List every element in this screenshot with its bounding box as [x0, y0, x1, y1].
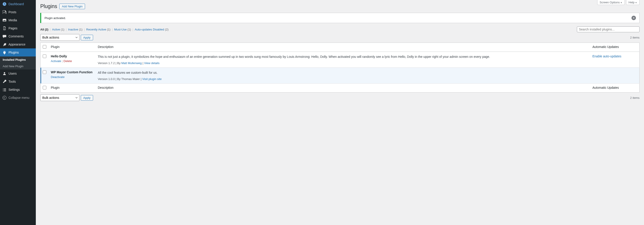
sidebar-item-label: Settings — [8, 88, 20, 91]
sidebar-item-label: Posts — [8, 10, 16, 14]
filter-recently-active[interactable]: Recently Active — [86, 28, 106, 31]
row-checkbox[interactable] — [43, 70, 46, 74]
column-description[interactable]: Description — [96, 43, 590, 52]
users-icon — [2, 71, 7, 76]
bulk-actions-select-top[interactable]: Bulk actions — [40, 34, 80, 41]
filter-active[interactable]: Active — [52, 28, 60, 31]
help-button[interactable]: Help — [626, 0, 640, 5]
dismiss-icon[interactable]: ✕ — [632, 16, 636, 20]
column-auto-updates[interactable]: Automatic Updates — [590, 43, 640, 52]
collapse-icon — [2, 95, 7, 100]
sidebar-item-posts[interactable]: Posts — [0, 8, 36, 16]
column-auto-updates-footer: Automatic Updates — [590, 84, 640, 93]
filter-inactive[interactable]: Inactive — [68, 28, 78, 31]
enable-auto-updates-link[interactable]: Enable auto-updates — [592, 55, 622, 58]
notice-success: Plugin activated. ✕ — [40, 13, 640, 23]
sidebar-item-users[interactable]: Users — [0, 70, 36, 78]
column-description-footer: Description — [96, 84, 590, 93]
sidebar-item-label: Appearance — [8, 43, 26, 46]
author-link[interactable]: Matt Mullenweg — [121, 61, 142, 65]
filter-all[interactable]: All (2) — [40, 28, 48, 31]
pages-icon — [2, 26, 7, 31]
plugin-name: WP Mayor Custom Function — [51, 70, 93, 74]
appearance-icon — [2, 42, 7, 47]
sidebar-item-media[interactable]: Media — [0, 16, 36, 24]
settings-icon — [2, 87, 7, 92]
page-title: Plugins — [40, 3, 57, 10]
table-row: Hello DollyActivate | DeleteThis is not … — [40, 52, 640, 68]
action-deactivate[interactable]: Deactivate — [51, 75, 64, 79]
plugin-meta: Version 1.7.2 | By Matt Mullenweg | View… — [98, 61, 588, 65]
row-actions: Deactivate — [51, 75, 93, 79]
sidebar-item-label: Collapse menu — [8, 96, 29, 100]
posts-icon — [2, 10, 7, 14]
column-plugin[interactable]: Plugin — [48, 43, 96, 52]
filter-auto-updates-disabled[interactable]: Auto-updates Disabled — [135, 28, 164, 31]
plugin-meta: Version 1.0.0 | By Thomas Maier | Visit … — [98, 77, 588, 81]
sidebar-item-pages[interactable]: Pages — [0, 24, 36, 32]
sidebar-submenu-plugins: Installed PluginsAdd New Plugin — [0, 57, 36, 70]
dashboard-icon — [2, 2, 7, 6]
detail-link[interactable]: View details — [144, 61, 160, 65]
filter-must-use[interactable]: Must-Use — [114, 28, 127, 31]
item-count-top: 2 items — [630, 36, 640, 39]
row-actions: Activate | Delete — [51, 59, 93, 63]
select-all-bottom[interactable] — [43, 86, 46, 89]
plugins-icon — [2, 50, 7, 55]
sidebar-item-comments[interactable]: Comments — [0, 32, 36, 40]
admin-sidebar: DashboardPostsMediaPagesCommentsAppearan… — [0, 0, 36, 225]
bulk-apply-button-top[interactable]: Apply — [81, 35, 93, 40]
screen-options-button[interactable]: Screen Options — [597, 0, 625, 5]
plugins-table: Plugin Description Automatic Updates Hel… — [40, 43, 640, 93]
main-content: Screen Options Help Plugins Add New Plug… — [36, 0, 644, 225]
column-plugin-footer: Plugin — [48, 84, 96, 93]
media-icon — [2, 18, 7, 23]
plugin-filters: All (2) | Active (1) | Inactive (1) | Re… — [40, 28, 168, 31]
detail-link[interactable]: Visit plugin site — [142, 77, 162, 81]
svg-point-0 — [4, 20, 4, 20]
plugin-description: All the cool features we custom-built fo… — [98, 70, 588, 75]
sidebar-item-plugins[interactable]: Plugins — [0, 48, 36, 57]
tools-icon — [2, 79, 7, 84]
sidebar-item-label: Users — [8, 72, 17, 75]
bulk-apply-button-bottom[interactable]: Apply — [81, 95, 93, 101]
select-all-top[interactable] — [43, 45, 46, 49]
item-count-bottom: 2 items — [630, 96, 640, 100]
sidebar-sub-add-new-plugin[interactable]: Add New Plugin — [0, 63, 36, 70]
plugin-name: Hello Dolly — [51, 55, 93, 58]
sidebar-item-label: Tools — [8, 80, 16, 83]
sidebar-item-dashboard[interactable]: Dashboard — [0, 0, 36, 8]
action-activate[interactable]: Activate — [51, 59, 61, 63]
sidebar-item-collapse[interactable]: Collapse menu — [0, 94, 36, 102]
sidebar-item-label: Dashboard — [8, 2, 24, 6]
notice-message: Plugin activated. — [44, 16, 66, 20]
sidebar-item-settings[interactable]: Settings — [0, 86, 36, 94]
row-checkbox[interactable] — [43, 55, 46, 58]
bulk-actions-select-bottom[interactable]: Bulk actions — [40, 94, 80, 101]
table-row: WP Mayor Custom FunctionDeactivateAll th… — [40, 68, 640, 84]
sidebar-item-tools[interactable]: Tools — [0, 78, 36, 86]
plugin-description: This is not just a plugin, it symbolizes… — [98, 55, 588, 59]
comments-icon — [2, 34, 7, 39]
svg-point-1 — [3, 96, 6, 100]
sidebar-sub-installed-plugins[interactable]: Installed Plugins — [0, 57, 36, 63]
add-new-plugin-button[interactable]: Add New Plugin — [59, 4, 85, 9]
search-plugins-input[interactable] — [577, 27, 640, 32]
sidebar-item-appearance[interactable]: Appearance — [0, 40, 36, 48]
sidebar-item-label: Pages — [8, 27, 18, 30]
sidebar-item-label: Comments — [8, 35, 24, 38]
action-delete[interactable]: Delete — [64, 59, 72, 63]
sidebar-item-label: Media — [8, 18, 17, 22]
sidebar-item-label: Plugins — [8, 51, 19, 54]
